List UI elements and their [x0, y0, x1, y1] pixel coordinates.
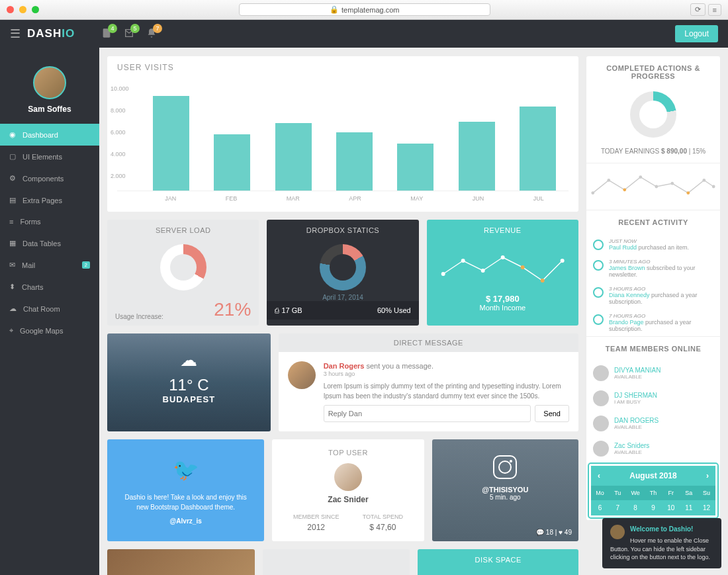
- cal-day[interactable]: 7: [609, 500, 627, 515]
- bar: [214, 134, 250, 191]
- activity-item: 3 HOURS AGODiana Kennedy purchased a yea…: [586, 282, 720, 309]
- activity-dot-icon: [593, 287, 604, 298]
- nav-data-tables[interactable]: ▦Data Tables: [0, 232, 99, 254]
- svg-point-13: [686, 191, 690, 195]
- activity-item: JUST NOWPaul Rudd purchased an item.: [586, 234, 720, 255]
- progress-panel: COMPLETED ACTIONS & PROGRESS TODAY EARNI…: [586, 56, 720, 520]
- visits-chart: [117, 79, 569, 191]
- svg-point-10: [639, 175, 642, 179]
- user-name: Sam Soffes: [0, 105, 99, 114]
- visits-title: USER VISITS: [107, 56, 578, 79]
- nav-dashboard[interactable]: ◉Dashboard: [0, 124, 99, 146]
- svg-point-4: [520, 265, 524, 269]
- direct-message-card: DIRECT MESSAGE Dan Rogers sent you a mes…: [279, 333, 578, 431]
- send-button[interactable]: Send: [535, 405, 569, 422]
- lock-icon: 🔒: [330, 5, 339, 14]
- heart-icon: ♥ 49: [559, 529, 572, 536]
- sparkline: [590, 170, 717, 203]
- nav-google-maps[interactable]: ⌖Google Maps: [0, 320, 99, 341]
- cloud-icon: ☁: [114, 350, 264, 371]
- bar: [336, 132, 373, 191]
- instagram-icon: [493, 455, 517, 479]
- bell-icon[interactable]: 7: [146, 28, 157, 40]
- maximize-window-icon[interactable]: [32, 6, 39, 13]
- topbar: ☰ DASHIO 457 Logout: [0, 20, 728, 48]
- cal-day[interactable]: 12: [698, 500, 715, 515]
- cal-next-icon[interactable]: ›: [706, 471, 709, 480]
- svg-point-6: [560, 259, 564, 263]
- member-item[interactable]: Zac SnidersAVAILABLE: [586, 436, 720, 461]
- welcome-tooltip[interactable]: Welcome to Dashio! Hover me to enable th…: [602, 518, 721, 568]
- close-window-icon[interactable]: [7, 6, 14, 13]
- nav-charts[interactable]: ⬍Charts: [0, 276, 99, 298]
- cal-day[interactable]: 6: [591, 500, 609, 515]
- cal-day[interactable]: 8: [627, 500, 645, 515]
- nav-forms[interactable]: ≡Forms: [0, 211, 99, 232]
- progress-donut: [630, 91, 676, 138]
- svg-point-2: [480, 269, 484, 273]
- weather-card: ☁ 11° C BUDAPEST: [107, 333, 271, 431]
- cal-day[interactable]: 10: [662, 500, 680, 515]
- reply-input[interactable]: [324, 405, 531, 422]
- logo[interactable]: DASHIO: [27, 27, 75, 40]
- activity-item: 3 MINUTES AGOJames Brown subscribed to y…: [586, 255, 720, 282]
- cal-prev-icon[interactable]: ‹: [598, 471, 600, 480]
- member-avatar: [593, 365, 609, 381]
- activity-dot-icon: [593, 314, 604, 325]
- visits-panel: USER VISITS 10.0008.0006.0004.0002.000 J…: [107, 56, 578, 212]
- book-icon: ▤: [9, 196, 16, 204]
- bar: [520, 107, 556, 191]
- svg-point-9: [623, 188, 626, 191]
- cal-day[interactable]: 9: [645, 500, 662, 515]
- nav-ui-elements[interactable]: ▢UI Elements: [0, 146, 99, 167]
- gauge-icon: ◉: [9, 130, 16, 139]
- calendar: ‹August 2018› MoTuWeThFrSaSu 6789101112: [589, 464, 717, 517]
- gray-card: [263, 549, 410, 575]
- nav-chat-room[interactable]: ☁Chat Room: [0, 298, 99, 320]
- avatar[interactable]: [33, 66, 66, 99]
- dm-avatar: [288, 361, 316, 389]
- topuser-avatar: [334, 463, 362, 491]
- nav-mail[interactable]: ✉Mail2: [0, 254, 99, 276]
- doc-icon[interactable]: 4: [101, 28, 112, 40]
- svg-point-14: [702, 179, 705, 182]
- mail-icon[interactable]: 5: [124, 28, 134, 40]
- activity-item: 7 HOURS AGOBrando Page purchased a year …: [586, 309, 720, 336]
- svg-point-11: [655, 185, 658, 189]
- bar: [459, 122, 495, 191]
- reader-icon[interactable]: ≡: [708, 4, 721, 16]
- member-item[interactable]: DAN ROGERSAVAILABLE: [586, 411, 720, 436]
- logout-button[interactable]: Logout: [675, 25, 718, 42]
- sidebar: Sam Soffes ◉Dashboard▢UI Elements⚙Compon…: [0, 20, 99, 575]
- pin-icon: ⌖: [9, 326, 13, 335]
- twitter-icon: 🐦: [119, 454, 252, 486]
- twitter-card: 🐦 Dashio is here! Take a look and enjoy …: [107, 439, 264, 541]
- minimize-window-icon[interactable]: [19, 6, 26, 13]
- comment-icon: 💬 18: [536, 529, 553, 536]
- menu-toggle-icon[interactable]: ☰: [10, 26, 21, 41]
- member-avatar: [593, 416, 609, 431]
- member-avatar: [593, 441, 609, 457]
- member-item[interactable]: DJ SHERMANI AM BUSY: [586, 386, 720, 411]
- server-load-card: SERVER LOAD Usage Increase:21%: [107, 220, 259, 326]
- svg-point-8: [607, 179, 610, 182]
- activity-dot-icon: [593, 260, 604, 271]
- svg-point-3: [500, 255, 504, 259]
- svg-point-12: [670, 182, 674, 185]
- cal-day[interactable]: 11: [680, 500, 698, 515]
- nav-extra-pages[interactable]: ▤Extra Pages: [0, 189, 99, 211]
- nav-components[interactable]: ⚙Components: [0, 167, 99, 189]
- photo-card: [107, 549, 255, 575]
- url-bar[interactable]: 🔒templatemag.com: [239, 3, 490, 16]
- bar: [397, 144, 433, 191]
- chart-icon: ⬍: [9, 283, 15, 291]
- svg-point-1: [461, 259, 465, 263]
- bar: [153, 96, 189, 191]
- member-item[interactable]: DIVYA MANIANAVAILABLE: [586, 361, 720, 386]
- svg-point-7: [591, 191, 594, 195]
- dropbox-card: DROPBOX STATICS April 17, 2014 ⎙ 17 GB60…: [267, 220, 418, 326]
- disk-icon: ⎙ 17 GB: [275, 306, 302, 314]
- form-icon: ≡: [9, 218, 13, 226]
- reload-icon[interactable]: ⟳: [690, 3, 705, 16]
- browser-chrome: 🔒templatemag.com ⟳ ≡: [0, 0, 728, 20]
